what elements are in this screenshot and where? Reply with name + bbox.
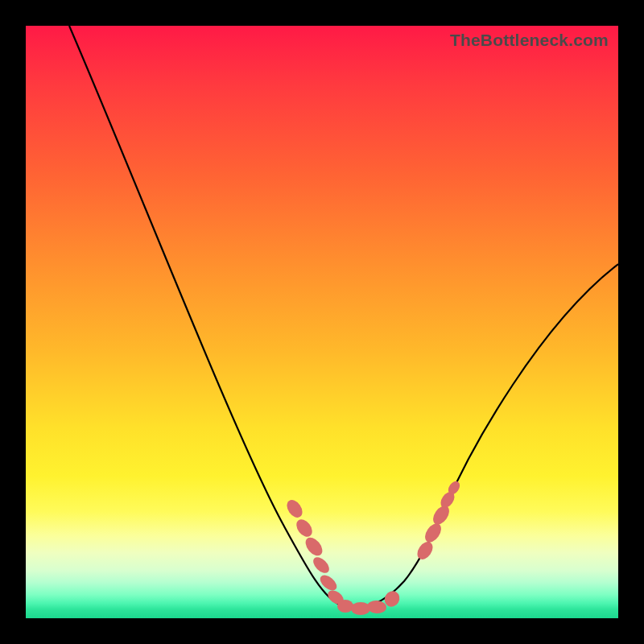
curve-markers [284, 479, 463, 615]
bottleneck-curve [69, 26, 618, 608]
curve-marker [293, 517, 315, 540]
curve-marker [284, 497, 306, 521]
curve-marker [317, 572, 339, 593]
curve-marker [415, 539, 436, 563]
chart-frame: TheBottleneck.com [0, 0, 644, 644]
curve-marker [337, 600, 353, 613]
curve-marker [366, 600, 386, 614]
plot-area: TheBottleneck.com [26, 26, 618, 618]
watermark-text: TheBottleneck.com [450, 31, 609, 50]
curve-marker [311, 555, 332, 576]
curve-marker [303, 535, 326, 559]
curve-marker [351, 602, 370, 615]
curve-marker [430, 503, 452, 527]
curve-marker [422, 521, 444, 545]
bottleneck-curve-svg [26, 26, 618, 618]
